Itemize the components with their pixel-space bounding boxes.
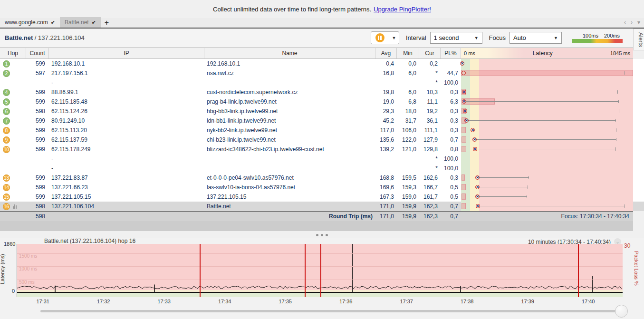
table-row[interactable]: 1 599 192.168.10.1 192.168.10.1 0,4 0,0 … [0,59,644,68]
header-ip[interactable]: IP [49,48,204,58]
header-min[interactable]: Min [397,48,419,58]
table-row[interactable]: 10 599 62.115.178.249 blizzard-ic348622-… [0,145,644,154]
latency-graph-cell [461,154,633,164]
timeline-plot-area[interactable]: 1500 ms1000 ms500 ms [17,244,623,297]
tab-scroll-right-icon[interactable]: › [631,19,633,26]
hop-badge: 8 [3,127,10,134]
hop-badge: 13 [3,174,10,182]
name-cell [204,78,375,87]
name-cell: hbg-bb3-link.ip.twelve99.net [204,106,375,116]
pause-button[interactable] [371,32,389,44]
cur-cell: 19,2 [419,106,441,116]
header-cur[interactable]: Cur [419,48,441,58]
min-cell: 6,8 [397,97,419,106]
cur-cell: 129,8 [419,145,441,154]
latency-graph-cell [461,164,633,173]
alerts-side-tab[interactable]: Alerts [633,29,644,50]
table-row[interactable]: 8 599 62.115.113.20 nyk-bb2-link.ip.twel… [0,126,644,135]
name-cell: nsa.nwt.cz [204,68,375,78]
timeline-scrollbar-thumb[interactable] [615,305,628,318]
table-row[interactable]: - * 100,0 [0,78,644,87]
table-row[interactable]: 15 599 137.221.105.15 137.221.105.15 167… [0,192,644,202]
focus-label: Focus [489,34,506,41]
header-avg[interactable]: Avg [375,48,397,58]
trace-table-body: 1 599 192.168.10.1 192.168.10.1 0,4 0,0 … [0,59,644,211]
table-row[interactable]: 14 599 137.221.66.23 las-swlv10-ia-bons-… [0,183,644,192]
upgrade-banner: Collect unlimited data over time to find… [0,0,644,18]
cur-cell: * [419,68,441,78]
tab-scroll-left-icon[interactable]: ‹ [624,19,626,26]
header-pl[interactable]: PL% [441,48,461,58]
pl-cell: 0,3 [441,106,461,116]
latency-graph-cell: ✕ [461,97,633,106]
count-cell: 599 [26,59,49,68]
name-cell: cust-nordictelecom.supernetwork.cz [204,87,375,97]
avg-cell: 16,8 [375,68,397,78]
trace-control: ▼ [371,31,399,44]
time-tick-label: 17:32 [97,299,110,304]
table-row[interactable]: 6 598 62.115.124.26 hbg-bb3-link.ip.twel… [0,106,644,116]
hop-badge: 10 [3,146,10,153]
latency-graph-cell: ✕ [461,173,633,183]
timeline-shown-icon [13,204,17,209]
header-count[interactable]: Count [26,48,49,58]
table-bottom-spacer [0,221,633,231]
pl-cell: 0,8 [441,145,461,154]
gridline-label: 1000 ms [19,266,37,271]
min-cell: 159,0 [397,192,419,202]
min-cell: 159,5 [397,173,419,183]
check-icon: ✔ [92,19,96,26]
table-row[interactable]: 4 599 88.86.99.1 cust-nordictelecom.supe… [0,87,644,97]
header-name[interactable]: Name [204,48,375,58]
tab-menu-icon[interactable]: ▾ [637,19,640,26]
cur-cell: 11,1 [419,97,441,106]
table-row[interactable]: - * 100,0 [0,154,644,164]
packet-loss-event-line [200,244,201,297]
interval-label: Interval [406,34,426,41]
target-title: Battle.net / 137.221.106.104 [5,34,85,41]
table-row[interactable]: 5 599 62.115.185.48 prag-b4-link.ip.twel… [0,97,644,106]
interval-select[interactable]: 1 second ▼ [430,32,482,44]
pl-cell: 0,5 [441,192,461,202]
packet-loss-axis-label: Packet Loss % [634,251,639,286]
cur-cell: 166,7 [419,183,441,192]
focus-select[interactable]: Auto ▼ [509,32,562,44]
hop-badge: 6 [3,108,10,115]
focus-range-text: Focus: 17:30:34 - 17:40:34 [461,212,633,221]
packet-loss-event-line [320,244,321,297]
latency-graph-cell: ✕ [461,202,633,211]
min-cell: 159,9 [397,202,419,211]
pl-cell: 100,0 [441,78,461,87]
avg-cell [375,78,397,87]
new-tab-button[interactable]: + [101,18,113,28]
table-row[interactable]: - * 100,0 [0,164,644,173]
min-cell: 18,0 [397,106,419,116]
ip-cell: 80.91.249.10 [49,116,204,126]
time-tick-label: 17:33 [157,299,171,304]
avg-cell: 167,3 [375,192,397,202]
check-icon: ✔ [51,19,55,26]
timeline-scrollbar-track[interactable] [40,310,623,312]
tab-www-google-com[interactable]: www.google.com ✔ [0,17,60,28]
pl-cell: 0,5 [441,183,461,192]
pause-dropdown-caret[interactable]: ▼ [389,32,399,44]
cur-cell: 10,3 [419,87,441,97]
tab-battle-net[interactable]: Battle.net ✔ [60,17,101,28]
table-row[interactable]: 13 599 137.221.83.87 et-0-0-0-pe04-swlv1… [0,173,644,183]
ip-cell: 62.115.124.26 [49,106,204,116]
count-cell: 599 [26,173,49,183]
header-hop[interactable]: Hop [0,48,26,58]
table-row[interactable]: 16 598 137.221.106.104 Battle.net 171,0 … [0,202,644,211]
upgrade-link[interactable]: Upgrade PingPlotter! [374,6,431,13]
table-row[interactable]: 2 597 217.197.156.1 nsa.nwt.cz 16,8 6,0 … [0,68,644,78]
cur-cell: * [419,154,441,164]
min-cell: 122,0 [397,135,419,145]
table-row[interactable]: 7 599 80.91.249.10 ldn-bb1-link.ip.twelv… [0,116,644,126]
avg-cell: 29,3 [375,106,397,116]
pl-cell: 0,3 [441,87,461,97]
cur-cell: 162,6 [419,173,441,183]
toolbar: Battle.net / 137.221.106.104 ▼ Interval … [0,29,633,48]
min-cell: 31,7 [397,116,419,126]
table-row[interactable]: 9 599 62.115.137.59 chi-b23-link.ip.twel… [0,135,644,145]
latency-graph-cell: ✕ [461,192,633,202]
